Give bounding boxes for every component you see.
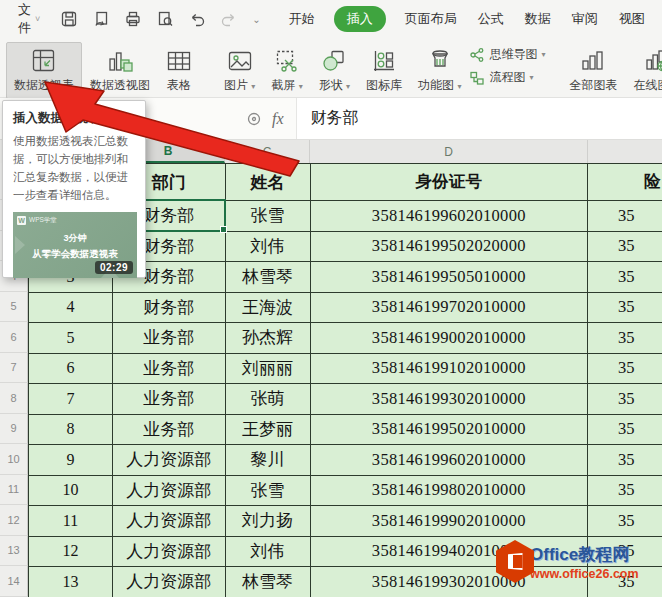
tab-view[interactable]: 视图 [617,7,647,31]
print-preview-icon[interactable] [156,10,174,28]
row-number[interactable]: 6 [0,322,28,353]
row-number[interactable]: 13 [0,536,28,567]
row-number[interactable]: 11 [0,475,28,506]
cell-serial[interactable]: 7 [29,384,113,415]
row-number[interactable]: 5 [0,292,28,323]
cell-id[interactable]: 358146199102010000 [311,354,589,385]
cell-e[interactable]: 35 [588,354,662,385]
row-number[interactable]: 8 [0,383,28,414]
cell-name[interactable]: 黎川 [226,445,311,476]
cell-serial[interactable]: 9 [29,445,113,476]
cell-name[interactable]: 张萌 [226,384,311,415]
tab-insert[interactable]: 插入 [334,6,386,32]
cell-id[interactable]: 358146199602010000 [311,201,589,232]
cell-e[interactable]: 35 [588,384,662,415]
cell-serial[interactable]: 4 [29,293,113,324]
fx-label[interactable]: fx [272,110,284,128]
print-icon[interactable] [124,10,142,28]
row-number[interactable]: 9 [0,414,28,445]
cell-e[interactable]: 35 [588,415,662,446]
cell-dept[interactable]: 人力资源部 [113,445,226,476]
tab-page-layout[interactable]: 页面布局 [403,7,459,31]
save-icon[interactable] [60,10,78,28]
undo-icon[interactable] [188,10,206,28]
export-pdf-icon[interactable] [92,10,110,28]
cell-name[interactable]: 孙杰辉 [226,323,311,354]
flowchart-button[interactable]: 流程图 ▾ [469,69,545,86]
tab-review[interactable]: 审阅 [570,7,600,31]
mind-map-button[interactable]: 思维导图 ▾ [469,46,545,63]
cell-dept[interactable]: 人力资源部 [113,537,226,568]
cell-name[interactable]: 刘丽丽 [226,354,311,385]
cell-e[interactable]: 35 [588,323,662,354]
tutorial-video-thumbnail[interactable]: WWPS学堂 3分钟 从零学会数据透视表 02:29 [13,212,137,278]
picture-button[interactable]: 图片 ▾ [216,42,263,99]
cell-name[interactable]: 王海波 [226,293,311,324]
tab-data[interactable]: 数据 [523,7,553,31]
cell-dept[interactable]: 业务部 [113,384,226,415]
header-id[interactable]: 身份证号 [311,164,589,201]
table-button[interactable]: 表格 [158,42,200,99]
cell-e[interactable]: 35 [588,262,662,293]
cell-dept[interactable]: 财务部 [113,293,226,324]
cell-dept[interactable]: 人力资源部 [113,506,226,537]
cell-name[interactable]: 刘伟 [226,537,311,568]
formula-assist-icon[interactable] [246,111,262,127]
all-charts-button[interactable]: 全部图表 [561,42,625,99]
tab-formulas[interactable]: 公式 [476,7,506,31]
cell-name[interactable]: 张雪 [226,476,311,507]
tab-home[interactable]: 开始 [287,7,317,31]
cell-id[interactable]: 358146199302010000 [311,384,589,415]
formula-input[interactable]: 财务部 [296,98,662,139]
column-header-d[interactable]: D [310,140,588,163]
cell-serial[interactable]: 11 [29,506,113,537]
screenshot-button[interactable]: 截屏 ▾ [263,42,310,99]
cell-name[interactable]: 林雪琴 [226,567,311,597]
cell-name[interactable]: 张雪 [226,201,311,232]
cell-serial[interactable]: 5 [29,323,113,354]
file-menu[interactable]: 文件 ˅ [18,1,40,37]
cell-id[interactable]: 358146199802010000 [311,476,589,507]
online-charts-button[interactable]: 在线图表 [625,42,662,99]
column-header-e[interactable] [588,140,662,163]
row-number[interactable]: 12 [0,505,28,536]
cell-serial[interactable]: 13 [29,567,113,597]
cell-dept[interactable]: 人力资源部 [113,567,226,597]
row-number[interactable]: 10 [0,444,28,475]
cell-dept[interactable]: 业务部 [113,354,226,385]
cell-dept[interactable]: 人力资源部 [113,476,226,507]
redo-icon[interactable] [220,10,238,28]
cell-e[interactable]: 35 [588,506,662,537]
cell-e[interactable]: 35 [588,232,662,263]
header-name[interactable]: 姓名 [226,164,311,201]
shapes-button[interactable]: 形状 ▾ [311,42,358,99]
cell-serial[interactable]: 6 [29,354,113,385]
cell-name[interactable]: 刘伟 [226,232,311,263]
cell-e[interactable]: 35 [588,476,662,507]
cell-dept[interactable]: 业务部 [113,323,226,354]
cell-id[interactable]: 358146199502020000 [311,232,589,263]
pivot-table-button[interactable]: 数据透视表 [6,42,82,99]
pivot-chart-button[interactable]: 数据透视图 [82,42,158,99]
cell-name[interactable]: 林雪琴 [226,262,311,293]
cell-id[interactable]: 358146199902010000 [311,506,589,537]
cell-serial[interactable]: 10 [29,476,113,507]
toolbar-more-icon[interactable]: ⌄ [252,14,260,25]
cell-id[interactable]: 358146199702010000 [311,293,589,324]
cell-id[interactable]: 358146199505010000 [311,262,589,293]
cell-serial[interactable]: 12 [29,537,113,568]
cell-name[interactable]: 王梦丽 [226,415,311,446]
cell-e[interactable]: 35 [588,445,662,476]
cell-e[interactable]: 35 [588,293,662,324]
row-number[interactable]: 14 [0,566,28,597]
cell-e[interactable]: 35 [588,201,662,232]
column-header-c[interactable]: C [225,140,310,163]
cell-serial[interactable]: 8 [29,415,113,446]
function-diagram-button[interactable]: 功能图 ▾ [410,42,469,99]
icon-library-button[interactable]: 图标库 [358,42,410,99]
cell-id[interactable]: 358146199602010000 [311,445,589,476]
cell-dept[interactable]: 业务部 [113,415,226,446]
cell-name[interactable]: 刘力扬 [226,506,311,537]
header-e[interactable]: 险 [588,164,662,201]
cell-id[interactable]: 358146199002010000 [311,323,589,354]
